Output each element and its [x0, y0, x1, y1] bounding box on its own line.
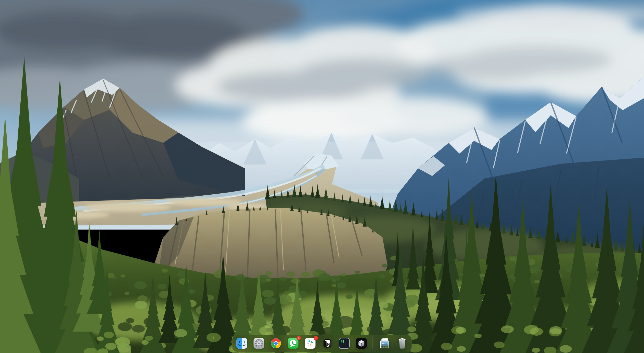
finder-icon	[236, 337, 248, 349]
dock-icon-chrome[interactable]	[270, 337, 282, 349]
dock-icon-notion[interactable]: N	[321, 337, 333, 349]
svg-text:$: $	[341, 339, 343, 343]
notion-icon: N	[321, 337, 333, 349]
chrome-icon	[270, 337, 282, 349]
dock-stack-downloads[interactable]	[378, 337, 391, 349]
svg-text:N: N	[327, 342, 330, 347]
wallpaper-mountain-landscape	[0, 0, 644, 353]
dock-divider	[373, 337, 373, 349]
dock-icon-terminal[interactable]: $	[338, 337, 351, 349]
terminal-icon: $	[338, 337, 351, 349]
settings-gear-icon	[253, 337, 265, 349]
dock: 1 •	[232, 335, 412, 352]
notification-badge: •	[314, 336, 318, 340]
notification-badge: 1	[297, 336, 301, 340]
dock-icon-whatsapp[interactable]: 1	[287, 337, 299, 349]
downloads-stack-icon	[378, 337, 391, 350]
dock-icon-trash[interactable]	[396, 337, 408, 349]
desktop: 1 •	[0, 0, 644, 353]
dock-icon-slack[interactable]: •	[304, 337, 316, 349]
cursor-icon	[355, 337, 368, 349]
dock-icon-system-settings[interactable]	[253, 337, 265, 349]
dock-icon-finder[interactable]	[236, 337, 248, 349]
dock-icon-cursor[interactable]	[355, 337, 368, 349]
trash-full-icon	[396, 337, 408, 349]
